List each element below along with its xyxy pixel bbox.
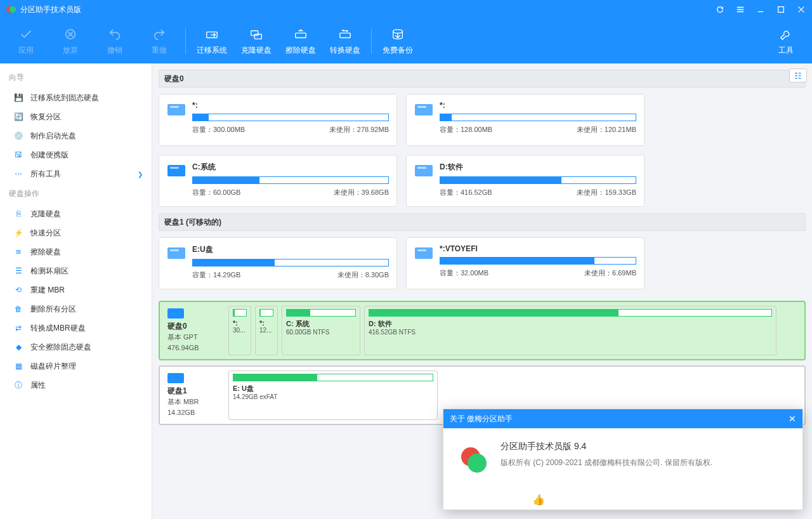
sidebar-icon: 💿 [13, 130, 24, 141]
sidebar-icon: ⚡ [13, 227, 24, 239]
convert-icon [337, 27, 353, 41]
diskops-header: 硬盘操作 [0, 183, 152, 204]
sidebar-item-diskop-1[interactable]: ⚡快速分区 [0, 223, 152, 242]
undo-button: 撤销 [93, 22, 137, 60]
free-label: 未使用：8.30GB [337, 270, 389, 280]
disk-icon [414, 246, 433, 261]
wizard-header: 向导 [0, 67, 152, 88]
dialog-titlebar[interactable]: 关于 傲梅分区助手 ✕ [443, 409, 802, 428]
about-dialog: 关于 傲梅分区助手 ✕ 分区助手技术员版 9.4 版权所有 (C) 2009-2… [443, 409, 803, 510]
sidebar-item-wizard-0[interactable]: 💾迁移系统到固态硬盘 [0, 88, 152, 107]
capacity-label: 容量：416.52GB [440, 188, 492, 197]
wipe-icon [292, 27, 309, 41]
toolbar: 应用 放弃 撤销 重做 迁移系统 克隆硬盘 擦除硬盘 转换硬盘 免费备份 工具 [0, 19, 812, 63]
map-row[interactable]: 硬盘0基本 GPT476.94GB*:30...*:12...C: 系统60.0… [159, 301, 806, 360]
undo-icon [107, 27, 123, 41]
map-partition[interactable]: C: 系统60.00GB NTFS [282, 306, 360, 355]
maximize-icon[interactable] [776, 5, 785, 14]
thumb-icon[interactable]: 👍 [532, 494, 545, 506]
usage-bar [192, 176, 389, 184]
map-partition[interactable]: D: 软件416.52GB NTFS [364, 306, 776, 355]
close-icon[interactable] [797, 5, 806, 14]
redo-icon [151, 27, 167, 41]
map-partition[interactable]: E: U盘14.29GB exFAT [228, 371, 438, 420]
usage-bar [440, 257, 636, 265]
backup-icon [390, 27, 406, 41]
sidebar-item-diskop-8[interactable]: ▦磁盘碎片整理 [0, 357, 152, 376]
sidebar-item-diskop-3[interactable]: ☰检测坏扇区 [0, 261, 152, 280]
disk-icon [167, 246, 186, 261]
sidebar-item-diskop-9[interactable]: ⓘ属性 [0, 376, 152, 395]
sidebar-item-wizard-4[interactable]: ⋯所有工具❯ [0, 164, 152, 183]
sidebar-item-diskop-2[interactable]: ≋擦除硬盘 [0, 242, 152, 261]
discard-button: 放弃 [48, 22, 93, 60]
partition-name: C:系统 [192, 162, 389, 173]
disk-icon [414, 102, 433, 117]
partition-card[interactable]: E:U盘容量：14.29GB未使用：8.30GB [159, 237, 397, 289]
sidebar: 向导 💾迁移系统到固态硬盘🔄恢复分区💿制作启动光盘🖫创建便携版⋯所有工具❯ 硬盘… [0, 63, 152, 519]
sidebar-item-diskop-6[interactable]: ⇄转换成MBR硬盘 [0, 319, 152, 338]
sidebar-item-wizard-3[interactable]: 🖫创建便携版 [0, 145, 152, 164]
minimize-icon[interactable] [756, 5, 765, 14]
sidebar-icon: 🔄 [13, 111, 24, 122]
free-label: 未使用：159.33GB [577, 188, 636, 197]
convert-button[interactable]: 转换硬盘 [323, 22, 367, 60]
partition-card[interactable]: *:容量：300.00MB未使用：278.92MB [159, 94, 397, 146]
partition-card[interactable]: C:系统容量：60.00GB未使用：39.68GB [159, 155, 397, 207]
cancel-icon [62, 27, 79, 41]
free-label: 未使用：6.69MB [584, 268, 636, 278]
partition-name: *: [440, 101, 636, 110]
wrench-icon [778, 27, 794, 41]
partition-card[interactable]: D:软件容量：416.52GB未使用：159.33GB [406, 155, 645, 207]
sidebar-item-diskop-0[interactable]: ⎘克隆硬盘 [0, 204, 152, 223]
map-disk-info: 硬盘0基本 GPT476.94GB [164, 306, 225, 355]
partition-name: *:VTOYEFI [440, 244, 636, 253]
map-partition[interactable]: *:30... [228, 306, 251, 355]
free-label: 未使用：39.68GB [334, 188, 389, 197]
sidebar-item-diskop-4[interactable]: ⟲重建 MBR [0, 280, 152, 299]
partition-card[interactable]: *:VTOYEFI容量：32.00MB未使用：6.69MB [406, 237, 645, 289]
sidebar-icon: ⋯ [13, 168, 24, 180]
refresh-icon[interactable] [716, 5, 724, 14]
map-disk-info: 硬盘1基本 MBR14.32GB [164, 371, 225, 420]
clone-button[interactable]: 克隆硬盘 [234, 22, 278, 60]
usage-bar [440, 176, 636, 184]
partition-card[interactable]: *:容量：128.00MB未使用：120.21MB [406, 94, 645, 146]
sidebar-icon: 🗑 [13, 303, 24, 315]
svg-rect-0 [778, 7, 784, 13]
svg-rect-5 [296, 33, 306, 37]
sidebar-icon: ⎘ [13, 208, 24, 220]
migrate-button[interactable]: 迁移系统 [190, 22, 234, 60]
map-partition[interactable]: *:12... [255, 306, 278, 355]
dialog-close-icon[interactable]: ✕ [789, 414, 796, 424]
sidebar-item-wizard-2[interactable]: 💿制作启动光盘 [0, 126, 152, 145]
partition-name: D:软件 [440, 162, 636, 173]
capacity-label: 容量：60.00GB [192, 188, 240, 197]
sidebar-icon: ≋ [13, 246, 24, 258]
app-title: 分区助手技术员版 [20, 4, 81, 15]
disk-header[interactable]: 硬盘0 [159, 70, 806, 88]
sidebar-item-diskop-7[interactable]: ◆安全擦除固态硬盘 [0, 338, 152, 357]
about-product: 分区助手技术员版 9.4 [501, 441, 712, 452]
disk-header[interactable]: 硬盘1 (可移动的) [159, 213, 806, 231]
sidebar-icon: ⇄ [13, 322, 24, 334]
view-toggle-button[interactable]: ☷ [789, 69, 807, 82]
sidebar-icon: 🖫 [13, 149, 24, 161]
backup-button[interactable]: 免费备份 [376, 22, 420, 60]
check-icon [18, 27, 34, 41]
chevron-right-icon: ❯ [138, 171, 143, 178]
sidebar-item-wizard-1[interactable]: 🔄恢复分区 [0, 107, 152, 126]
usage-bar [192, 114, 389, 121]
partition-name: *: [192, 101, 389, 110]
separator [371, 29, 372, 54]
wipe-button[interactable]: 擦除硬盘 [278, 22, 323, 60]
title-bar: 分区助手技术员版 [0, 0, 812, 19]
tools-button[interactable]: 工具 [764, 22, 808, 60]
dialog-title: 关于 傲梅分区助手 [450, 414, 513, 424]
menu-icon[interactable] [736, 5, 745, 14]
sidebar-item-diskop-5[interactable]: 🗑删除所有分区 [0, 299, 152, 319]
window-controls [716, 5, 806, 14]
sidebar-icon: 💾 [13, 92, 24, 103]
sidebar-icon: ▦ [13, 360, 24, 372]
capacity-label: 容量：128.00MB [440, 125, 492, 135]
